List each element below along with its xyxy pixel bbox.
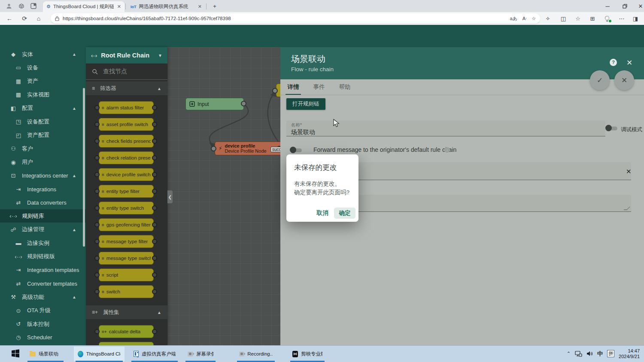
palette-node-script[interactable]: ≡script <box>99 268 154 281</box>
split-screen-icon[interactable]: ◫ <box>558 14 568 23</box>
tab-close-icon[interactable]: ✕ <box>198 4 202 9</box>
tab-details[interactable]: 详情 <box>280 79 306 95</box>
palette-node-entity-type-filter[interactable]: ≡entity type filter <box>99 185 154 198</box>
tray-expand-icon[interactable]: ⌃ <box>567 351 571 356</box>
sidebar-item-配置[interactable]: ◧配置▲ <box>0 102 86 115</box>
passwords-icon[interactable]: ⧬ <box>602 14 612 23</box>
sidebar-item-边缘实例[interactable]: ▬边缘实例 <box>0 236 86 250</box>
palette-node-entity-type-switch[interactable]: ≡entity type switch <box>99 202 154 214</box>
palette-node-message-type-switch[interactable]: ≡message type switch <box>99 252 154 265</box>
chevron-up-icon[interactable]: ▲ <box>72 227 76 232</box>
sidebar-panel-icon[interactable]: ◨ <box>630 14 641 23</box>
favorite-star-icon[interactable]: ☆ <box>532 16 536 21</box>
taskbar-item-剪映专业版[interactable]: ⋈剪映专业版 <box>289 347 326 361</box>
refresh-icon[interactable]: ⟳ <box>19 13 30 24</box>
node-output-port[interactable] <box>241 101 246 106</box>
ime-language-indicator[interactable]: 中 <box>597 350 603 358</box>
taskbar-item-虚拟仿真客户端-[interactable]: 虚拟仿真客户端 (... <box>130 347 179 361</box>
sidebar-item-客户[interactable]: ⚇客户 <box>0 142 86 155</box>
banner-close-icon[interactable]: ✕ <box>626 168 632 175</box>
palette-collapse-handle[interactable]: ❮ <box>167 190 173 203</box>
sidebar-item-边缘管理[interactable]: ☍边缘管理▲ <box>0 223 86 236</box>
taskbar-item-Recording-[interactable]: Recording...... <box>235 347 276 361</box>
palette-node-gps-geofencing-filter[interactable]: ≡gps geofencing filter <box>99 218 154 231</box>
palette-node-check-fields-presence[interactable]: ≡check fields presence <box>99 135 154 148</box>
tab-close-icon[interactable]: ✕ <box>117 4 121 9</box>
palette-node-customer-attributes[interactable]: ≡+customer attributes <box>99 342 154 345</box>
chevron-up-icon[interactable]: ▲ <box>72 173 76 178</box>
taskbar-item-ThingsBoard-Clo-[interactable]: ThingsBoard Clo... <box>74 347 125 361</box>
read-aloud-icon[interactable]: A⁾ <box>522 16 526 21</box>
sidebar-item-scheduler[interactable]: ◷Scheduler <box>0 331 86 344</box>
palette-header[interactable]: ‹··› Root Rule Chain ▼ <box>86 47 167 63</box>
favorites-bar-icon[interactable]: ☆ <box>573 14 583 23</box>
node-input-port[interactable] <box>272 88 278 94</box>
new-tab-button[interactable]: + <box>209 0 221 12</box>
taskbar-item-屏幕录像[interactable]: 屏幕录像 <box>184 347 217 361</box>
browser-tab-iot-sim[interactable]: IoT 网迅通物联网仿真系统 ✕ <box>127 1 205 12</box>
chevron-up-icon[interactable]: ▲ <box>72 295 76 299</box>
forward-message-toggle[interactable] <box>290 148 303 153</box>
translate-icon[interactable]: aあ <box>510 15 517 22</box>
sidebar-item-规则链模版[interactable]: ‹··›规则链模版 <box>0 250 86 263</box>
palette-node-switch[interactable]: ≡switch <box>99 285 154 298</box>
sidebar-item-integrations-center[interactable]: ⊡Integrations center▲ <box>0 169 86 182</box>
sidebar-item-data-converters[interactable]: ⇄Data converters <box>0 196 86 209</box>
cancel-button[interactable]: 取消 <box>313 208 332 219</box>
network-icon[interactable] <box>575 351 582 357</box>
palette-section-属性集[interactable]: ≡+属性集▲ <box>86 305 167 319</box>
chevron-up-icon[interactable]: ▲ <box>157 86 161 91</box>
ime-pinyin-indicator[interactable]: 拼 <box>607 350 614 357</box>
confirm-button[interactable]: 确定 <box>334 208 355 219</box>
chevron-up-icon[interactable]: ▲ <box>157 310 161 315</box>
more-menu-icon[interactable]: ⋯ <box>617 14 627 23</box>
home-icon[interactable]: ⌂ <box>33 13 44 24</box>
palette-node-check-relation-presen-[interactable]: ≡check relation presen... <box>99 151 154 164</box>
palette-search[interactable]: 查找节点 <box>86 63 167 80</box>
collections-icon[interactable]: ⊞ <box>587 14 598 23</box>
node-input-port[interactable] <box>211 146 216 151</box>
workspaces-icon[interactable] <box>18 3 24 9</box>
sidebar-item-integration-templates[interactable]: ⇥Integration templates <box>0 263 86 277</box>
palette-node-calculate-delta[interactable]: ≡+calculate delta <box>99 325 154 338</box>
tab-actions-icon[interactable] <box>30 3 36 9</box>
back-icon[interactable]: ← <box>4 13 15 24</box>
debug-mode-toggle[interactable] <box>605 126 618 131</box>
tab-help[interactable]: 帮助 <box>332 79 358 95</box>
chevron-up-icon[interactable]: ▲ <box>72 106 76 111</box>
sidebar-item-设备配置[interactable]: ◳设备配置 <box>0 115 86 128</box>
tray-clock[interactable]: 14:47 2024/9/21 <box>619 348 640 359</box>
sidebar-item-实体[interactable]: ◆实体▲ <box>0 48 86 61</box>
sidebar-item-规则链库[interactable]: ‹··›规则链库 <box>0 209 86 223</box>
sidebar-item-用户[interactable]: ◉用户 <box>0 156 86 169</box>
tab-events[interactable]: 事件 <box>306 79 332 95</box>
sidebar-item-实体视图[interactable]: ▩实体视图 <box>0 88 86 101</box>
sidebar-item-资产配置[interactable]: ◰资产配置 <box>0 129 86 142</box>
sidebar-item-converter-templates[interactable]: ⇄Converter templates <box>0 277 86 290</box>
palette-node-device-profile-switch[interactable]: ≡device profile switch <box>99 168 154 181</box>
canvas-node-input[interactable]: Input <box>185 98 244 110</box>
sidebar-item-integrations[interactable]: ⇥Integrations <box>0 183 86 196</box>
sidebar-item-设备[interactable]: ▭设备 <box>0 61 86 74</box>
open-rule-chain-button[interactable]: 打开规则链 <box>286 98 325 110</box>
palette-section-筛选器[interactable]: ≡筛选器▲ <box>86 81 167 95</box>
close-icon[interactable]: ✕ <box>626 58 632 67</box>
taskbar-item-场景联动[interactable]: 场景联动 <box>26 347 65 361</box>
palette-node-message-type-filter[interactable]: ≡message type filter <box>99 235 154 248</box>
chevron-up-icon[interactable]: ▲ <box>72 52 76 57</box>
start-button[interactable] <box>11 349 21 359</box>
sidebar-item-高级功能[interactable]: ⚒高级功能▲ <box>0 290 86 304</box>
window-close-button[interactable]: ✕ <box>632 0 644 12</box>
browser-tab-thingsboard[interactable]: ⚙ ThingsBoard Cloud | 规则链 ✕ <box>43 1 125 12</box>
sidebar-item-版本控制[interactable]: ↺版本控制 <box>0 317 86 331</box>
help-icon[interactable]: ? <box>609 58 617 66</box>
resize-handle-icon[interactable] <box>623 207 630 210</box>
sidebar-item-资产[interactable]: ▦资产 <box>0 75 86 88</box>
copilot-icon[interactable]: ✧ <box>543 14 553 23</box>
sidebar-scrollbar[interactable] <box>83 88 85 247</box>
palette-node-asset-profile-switch[interactable]: ≡asset profile switch <box>99 118 154 131</box>
palette-node-alarm-status-filter[interactable]: ≡alarm status filter <box>99 101 154 114</box>
chevron-down-icon[interactable]: ▼ <box>158 53 162 58</box>
window-minimize-button[interactable]: ─ <box>599 0 616 12</box>
profile-icon[interactable] <box>6 3 12 9</box>
